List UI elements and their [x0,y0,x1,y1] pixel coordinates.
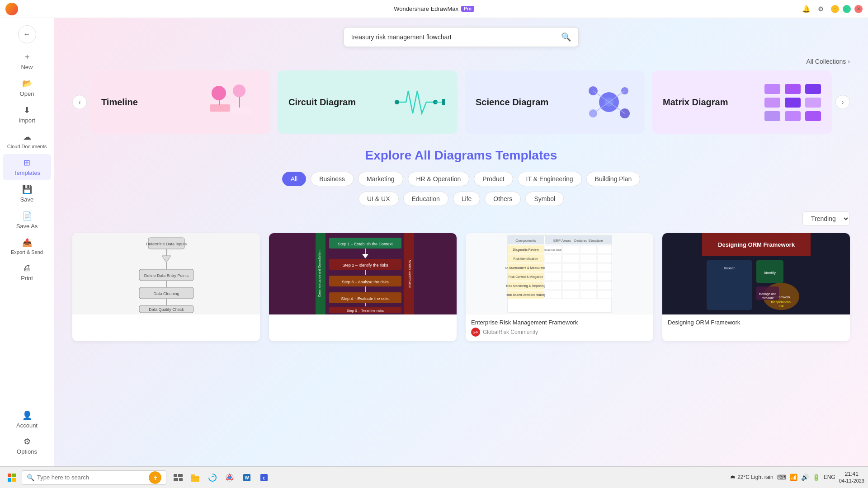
filter-ui[interactable]: UI & UX [359,192,399,206]
sidebar-new-label: New [21,64,33,70]
svg-rect-84 [598,263,612,272]
back-button[interactable]: ← [18,25,36,43]
taskbar-app-explorer[interactable] [187,469,203,486]
template-card-4[interactable]: Designing ORM Framework Impact Identify … [662,233,850,341]
template-card-3-author: GR GlobalRisk Community [471,328,648,337]
filter-business[interactable]: Business [311,172,354,186]
carousel-card-circuit[interactable]: Circuit Diagram [278,70,458,134]
template-card-4-image: Designing ORM Framework Impact Identify … [662,233,850,314]
svg-rect-78 [598,254,612,263]
filter-hr[interactable]: HR & Operation [408,172,470,186]
maximize-button[interactable]: □ [843,5,851,13]
user-avatar[interactable] [5,3,18,15]
search-icon[interactable]: 🔍 [561,32,571,42]
sidebar-item-options[interactable]: ⚙ Options [3,433,51,459]
svg-text:Identify: Identify [764,271,776,275]
settings-icon[interactable]: ⚙ [818,5,824,13]
explore-title: Explore All Diagrams Templates [72,148,850,163]
svg-rect-26 [764,111,780,121]
filter-it[interactable]: IT & Engineering [518,172,582,186]
carousel-timeline-label: Timeline [101,97,138,108]
carousel-card-science[interactable]: Science Diagram [465,70,645,134]
taskbar: 🔍 ☥ [0,466,868,488]
filter-life[interactable]: Life [453,192,481,206]
svg-text:Components: Components [515,239,536,243]
carousel-card-matrix[interactable]: Matrix Diagram [652,70,832,134]
sort-dropdown[interactable]: Trending Newest Popular [802,211,850,226]
content-area: 🔍 All Collections › ‹ Timeline [54,18,868,466]
sidebar-item-account[interactable]: 👤 Account [3,407,51,432]
sidebar-item-cloud[interactable]: ☁ Cloud Documents [3,128,51,153]
taskbar-app-edge[interactable] [204,469,221,486]
svg-text:Business Risk: Business Risk [544,249,562,251]
template-card-3[interactable]: Components ERP Areas - Detailed Structur… [466,233,653,341]
carousel-card-timeline[interactable]: Timeline [90,70,270,134]
taskbar-app-word[interactable]: W [239,469,255,486]
template-card-2[interactable]: Communication and Consultation Monitor a… [269,233,457,341]
filter-all[interactable]: All [282,172,307,186]
titlebar-title: Wondershare EdrawMax Pro [394,5,474,12]
filter-marketing[interactable]: Marketing [358,172,403,186]
close-button[interactable]: ✕ [854,5,863,13]
sidebar-item-import[interactable]: ⬇ Import [3,102,51,127]
filter-symbol[interactable]: Symbol [525,192,564,206]
sidebar-item-save[interactable]: 💾 Save [3,181,51,206]
filter-education[interactable]: Education [403,192,448,206]
filter-row-1: All Business Marketing HR & Operation Pr… [72,172,850,186]
svg-rect-24 [785,98,801,108]
taskbar-system-icons: 🌧 22°C Light rain [730,474,774,480]
svg-rect-20 [764,84,780,94]
sidebar-item-print[interactable]: 🖨 Print [3,260,51,285]
options-icon: ⚙ [24,436,31,446]
sidebar-item-open[interactable]: 📂 Open [3,75,51,101]
svg-rect-27 [785,111,801,121]
weather-icon: 🌧 [730,474,736,480]
svg-text:Define Data Entry Points: Define Data Entry Points [144,273,189,278]
taskbar-search-input[interactable] [37,474,146,481]
sidebar-item-new[interactable]: ＋ New [3,47,51,74]
titlebar-controls: 🔔 ⚙ − □ ✕ [802,5,863,13]
carousel-prev-button[interactable]: ‹ [72,95,87,109]
start-button[interactable] [4,469,20,486]
template-card-1[interactable]: Determine Data Inputs Define Data Entry … [72,233,260,341]
svg-rect-100 [562,291,579,299]
notification-icon[interactable]: 🔔 [802,5,811,13]
svg-point-7 [395,100,399,104]
svg-rect-71 [580,245,597,253]
filter-others[interactable]: Others [485,192,521,206]
svg-rect-28 [805,111,821,121]
svg-rect-95 [580,282,597,290]
sidebar-item-templates[interactable]: ⊞ Templates [3,154,51,180]
sidebar-item-saveas[interactable]: 📄 Save As [3,207,51,233]
sidebar-print-label: Print [21,275,33,282]
taskbar-app-edrawmax[interactable]: E [256,469,272,486]
svg-rect-3 [231,107,252,114]
carousel-matrix-label: Matrix Diagram [663,97,728,108]
filter-product[interactable]: Product [474,172,513,186]
svg-text:☥: ☥ [153,475,157,481]
battery-icon: 🔋 [812,474,820,481]
svg-rect-116 [8,474,11,477]
sidebar-item-export[interactable]: 📤 Export & Send [3,234,51,259]
filter-building[interactable]: Building Plan [586,172,641,186]
taskbar-app-taskview[interactable] [170,469,186,486]
search-bar: 🔍 [344,27,579,47]
carousel-next-button[interactable]: › [835,95,850,109]
svg-text:Step 4 – Evaluate the risks: Step 4 – Evaluate the risks [341,296,390,301]
svg-text:Diagnostic Review: Diagnostic Review [513,248,539,252]
save-icon: 💾 [22,184,32,194]
svg-rect-126 [191,476,199,482]
all-collections-link[interactable]: All Collections › [806,58,850,65]
sidebar-save-label: Save [20,196,34,203]
svg-text:risk: risk [778,305,783,308]
taskbar-search-bar[interactable]: 🔍 ☥ [22,470,166,485]
search-input[interactable] [351,33,557,41]
app-name: Wondershare EdrawMax [394,5,458,12]
svg-text:Risk Assessment & Measurement: Risk Assessment & Measurement [505,266,549,269]
account-icon: 👤 [22,410,32,420]
minimize-button[interactable]: − [831,5,839,13]
sidebar-bottom: 👤 Account ⚙ Options [0,406,54,463]
taskbar-app-chrome[interactable] [222,469,238,486]
svg-rect-5 [239,97,240,108]
cloud-icon: ☁ [23,132,31,142]
